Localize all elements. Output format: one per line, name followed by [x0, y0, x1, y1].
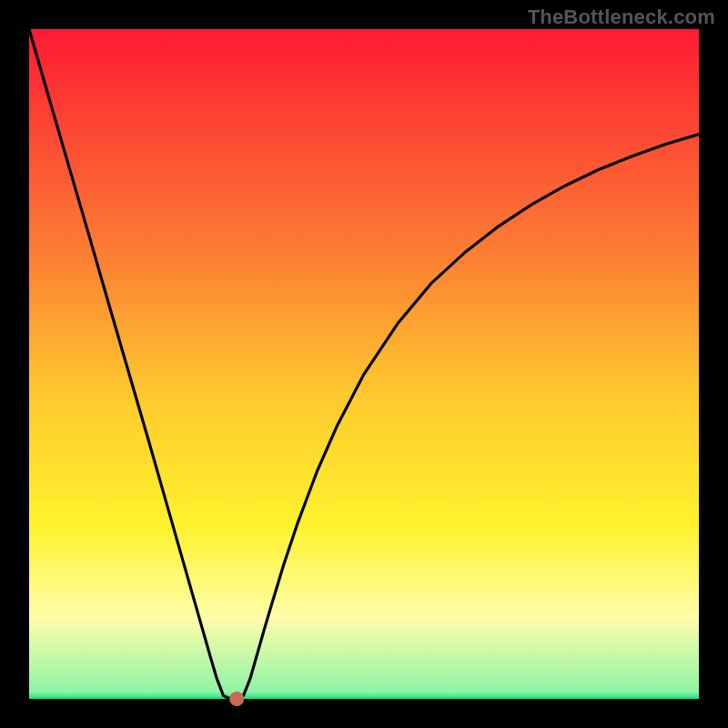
optimum-marker [229, 692, 244, 706]
watermark-text: TheBottleneck.com [528, 5, 715, 29]
bottleneck-chart [0, 0, 728, 728]
plot-background [29, 29, 699, 699]
chart-frame: TheBottleneck.com [0, 0, 728, 728]
